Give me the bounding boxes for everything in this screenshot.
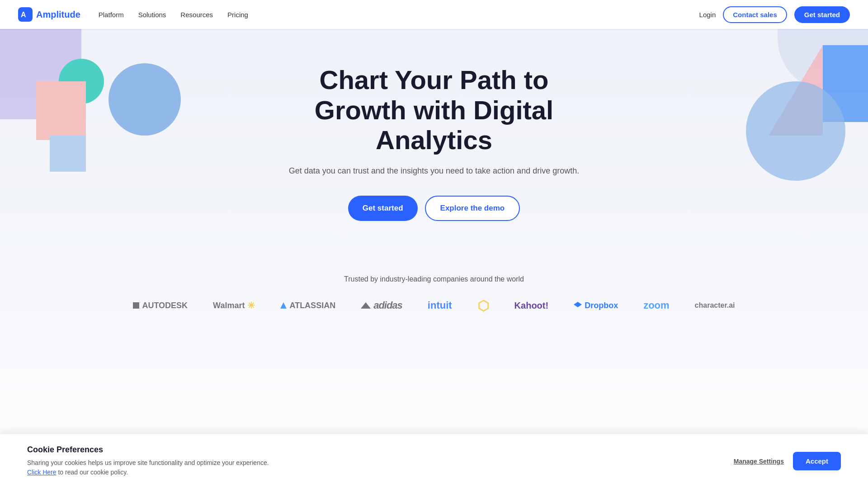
hero-subtitle: Get data you can trust and the insights … xyxy=(271,164,597,178)
nav-solutions[interactable]: Solutions xyxy=(138,11,166,19)
deco-blue-circle xyxy=(108,63,181,136)
trusted-label: Trusted by industry-leading companies ar… xyxy=(18,275,850,283)
svg-marker-5 xyxy=(574,302,582,307)
get-started-hero-button[interactable]: Get started xyxy=(348,196,418,221)
hero-title: Chart Your Path to Growth with Digital A… xyxy=(271,65,597,155)
svg-marker-4 xyxy=(361,302,371,309)
nav-right: Login Contact sales Get started xyxy=(699,6,850,23)
cookie-text-section: Cookie Preferences Sharing your cookies … xyxy=(27,445,716,477)
cookie-policy-link[interactable]: Click Here xyxy=(27,469,57,476)
logo-shell: ⬡ xyxy=(477,298,489,314)
logo-intuit: intuit xyxy=(428,300,452,311)
logo-zoom: zoom xyxy=(643,300,669,311)
deco-blue-rect-small xyxy=(50,136,86,172)
logo-icon: A xyxy=(18,7,33,22)
nav-pricing[interactable]: Pricing xyxy=(227,11,248,19)
nav-resources[interactable]: Resources xyxy=(180,11,213,19)
trusted-section: Trusted by industry-leading companies ar… xyxy=(0,275,868,341)
logo-autodesk: AUTODESK xyxy=(133,301,188,310)
login-button[interactable]: Login xyxy=(699,11,716,19)
svg-text:A: A xyxy=(21,11,26,19)
logo-dropbox: Dropbox xyxy=(574,301,618,310)
logo-adidas: adidas xyxy=(361,300,402,311)
get-started-nav-button[interactable]: Get started xyxy=(794,6,850,23)
navbar: A Amplitude Platform Solutions Resources… xyxy=(0,0,868,29)
deco-right-big-circle xyxy=(746,81,845,181)
cookie-description: Sharing your cookies helps us improve si… xyxy=(27,458,716,477)
cookie-title: Cookie Preferences xyxy=(27,445,716,455)
hero-buttons: Get started Explore the demo xyxy=(271,196,597,221)
nav-platform[interactable]: Platform xyxy=(99,11,124,19)
contact-sales-button[interactable]: Contact sales xyxy=(723,6,787,23)
logo-row: AUTODESK Walmart✳ ATLASSIAN adidas intui… xyxy=(18,298,850,314)
cookie-banner: Cookie Preferences Sharing your cookies … xyxy=(0,434,868,488)
atlassian-icon xyxy=(280,302,287,309)
logo-atlassian: ATLASSIAN xyxy=(280,301,335,310)
logo-walmart: Walmart✳ xyxy=(213,300,255,311)
adidas-icon xyxy=(361,302,371,309)
accept-button[interactable]: Accept xyxy=(793,452,841,470)
logo[interactable]: A Amplitude xyxy=(18,7,80,22)
autodesk-icon xyxy=(133,302,139,309)
logo-character-ai: character.ai xyxy=(695,301,735,310)
svg-marker-3 xyxy=(280,302,287,309)
hero-content: Chart Your Path to Growth with Digital A… xyxy=(253,29,615,239)
explore-demo-button[interactable]: Explore the demo xyxy=(425,196,520,221)
nav-links: Platform Solutions Resources Pricing xyxy=(99,11,699,19)
hero-section: Chart Your Path to Growth with Digital A… xyxy=(0,0,868,488)
logo-kahoot: Kahoot! xyxy=(514,300,549,311)
cookie-actions: Manage Settings Accept xyxy=(734,452,841,470)
dropbox-icon xyxy=(574,301,582,310)
manage-settings-button[interactable]: Manage Settings xyxy=(734,458,784,465)
logo-text: Amplitude xyxy=(36,9,80,20)
svg-rect-2 xyxy=(133,302,139,309)
deco-pink-rect xyxy=(36,81,86,140)
